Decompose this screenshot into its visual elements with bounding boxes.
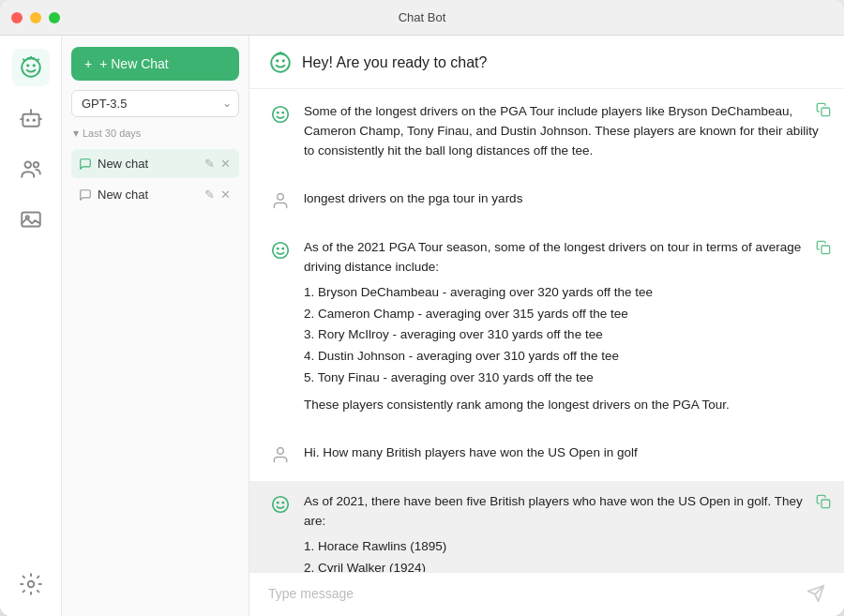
- svg-point-17: [27, 581, 34, 588]
- chat-header-bot-icon: [268, 51, 293, 75]
- bot-avatar-2: [268, 240, 293, 264]
- svg-rect-30: [821, 246, 830, 254]
- svg-point-31: [278, 448, 284, 455]
- svg-point-7: [26, 119, 29, 122]
- svg-point-33: [277, 502, 279, 504]
- svg-point-29: [281, 248, 284, 250]
- chat-area: Hey! Are you ready to chat?: [249, 36, 844, 616]
- close-button[interactable]: [11, 12, 23, 23]
- sidebar-icon-logo[interactable]: [12, 49, 50, 86]
- chat-bubble-icon-0: [79, 158, 92, 171]
- svg-point-18: [271, 53, 290, 72]
- chat-edit-button-1[interactable]: ✎: [203, 187, 216, 203]
- svg-point-13: [24, 161, 31, 168]
- message-text-4a: As of 2021, there have been five British…: [304, 492, 825, 532]
- svg-rect-15: [22, 212, 40, 226]
- message-content-3: Hi. How many British players have won th…: [304, 443, 825, 470]
- svg-rect-35: [821, 500, 830, 508]
- new-chat-label: + New Chat: [99, 56, 169, 71]
- messages-area[interactable]: Some of the longest drivers on the PGA T…: [249, 89, 844, 572]
- message-row-0: Some of the longest drivers on the PGA T…: [249, 89, 844, 178]
- sidebar-icon-bot[interactable]: [12, 99, 50, 137]
- window-controls: [11, 12, 60, 23]
- chat-list-panel: + + New Chat GPT-3.5 GPT-4 ▾ Last 30 day…: [62, 36, 249, 616]
- message-content-1: longest drivers on the pga tour in yards: [304, 189, 825, 216]
- new-chat-plus: +: [84, 56, 92, 71]
- message-list-4: 1. Horace Rawlins (1895) 2. Cyril Walker…: [304, 537, 825, 572]
- svg-point-23: [277, 112, 279, 114]
- model-select[interactable]: GPT-3.5 GPT-4: [71, 90, 239, 117]
- copy-button-4[interactable]: [816, 494, 831, 513]
- svg-point-32: [273, 497, 289, 513]
- svg-point-34: [281, 502, 284, 504]
- message-row-2: As of the 2021 PGA Tour season, some of …: [249, 227, 844, 432]
- svg-rect-6: [23, 114, 38, 127]
- chat-item-0[interactable]: New chat ✎ ✕: [71, 149, 239, 178]
- message-input[interactable]: [268, 586, 797, 601]
- svg-point-8: [32, 119, 35, 122]
- copy-button-2[interactable]: [816, 240, 831, 259]
- chat-header-title: Hey! Are you ready to chat?: [302, 54, 487, 71]
- titlebar: Chat Bot: [0, 0, 844, 36]
- minimize-button[interactable]: [30, 12, 41, 23]
- list-item-4-0: 1. Horace Rawlins (1895): [304, 537, 825, 557]
- bot-avatar-0: [268, 104, 293, 128]
- new-chat-button[interactable]: + + New Chat: [71, 47, 239, 81]
- app-window: Chat Bot: [0, 0, 844, 616]
- message-list-2: 1. Bryson DeChambeau - averaging over 32…: [304, 283, 825, 389]
- list-item-2-2: 3. Rory McIlroy - averaging over 310 yar…: [304, 325, 825, 345]
- chat-bubble-icon-1: [79, 188, 92, 202]
- svg-point-2: [32, 64, 35, 67]
- chat-item-left-1: New chat: [79, 188, 198, 202]
- message-row-1: longest drivers on the pga tour in yards: [249, 178, 844, 227]
- chat-edit-button-0[interactable]: ✎: [203, 156, 216, 172]
- message-text-0: Some of the longest drivers on the PGA T…: [304, 102, 825, 161]
- svg-line-5: [37, 59, 38, 61]
- chat-delete-button-0[interactable]: ✕: [219, 156, 232, 172]
- chat-item-label-0: New chat: [98, 157, 148, 171]
- bot-avatar-4: [268, 494, 293, 518]
- message-content-2: As of the 2021 PGA Tour season, some of …: [304, 238, 825, 421]
- maximize-button[interactable]: [49, 12, 60, 23]
- sidebar-icon-settings[interactable]: [12, 565, 50, 603]
- list-item-4-1: 2. Cyril Walker (1924): [304, 559, 825, 572]
- message-content-0: Some of the longest drivers on the PGA T…: [304, 102, 825, 167]
- svg-point-27: [273, 243, 289, 259]
- input-area: [249, 572, 844, 616]
- chat-item-1[interactable]: New chat ✎ ✕: [71, 180, 239, 209]
- sidebar-bottom-icons: [12, 565, 50, 603]
- svg-point-24: [281, 112, 284, 114]
- list-item-2-3: 4. Dustin Johnson - averaging over 310 y…: [304, 347, 825, 367]
- chat-delete-button-1[interactable]: ✕: [219, 187, 232, 203]
- section-label: ▾ Last 30 days: [71, 127, 239, 140]
- message-content-4: As of 2021, there have been five British…: [304, 492, 825, 572]
- icon-sidebar: [0, 36, 62, 616]
- copy-button-0[interactable]: [816, 102, 831, 121]
- svg-point-19: [276, 59, 279, 62]
- window-title: Chat Bot: [399, 10, 446, 24]
- sidebar-top-icons: [12, 49, 50, 238]
- main-layout: + + New Chat GPT-3.5 GPT-4 ▾ Last 30 day…: [0, 36, 844, 616]
- message-text-2b: These players consistently rank among th…: [304, 396, 825, 415]
- svg-point-22: [273, 107, 289, 123]
- chat-item-actions-1: ✎ ✕: [203, 187, 232, 203]
- message-row-3: Hi. How many British players have won th…: [249, 432, 844, 481]
- svg-point-26: [278, 193, 284, 200]
- svg-point-14: [33, 162, 38, 167]
- send-icon: [806, 584, 825, 603]
- svg-rect-25: [821, 108, 830, 116]
- message-text-3: Hi. How many British players have won th…: [304, 443, 825, 463]
- chat-item-actions-0: ✎ ✕: [203, 156, 232, 172]
- user-avatar-3: [268, 445, 293, 470]
- sidebar-icon-gallery[interactable]: [12, 201, 50, 238]
- svg-line-4: [23, 59, 24, 61]
- list-item-2-1: 2. Cameron Champ - averaging over 315 ya…: [304, 305, 825, 324]
- model-select-wrapper[interactable]: GPT-3.5 GPT-4: [71, 90, 239, 117]
- chat-header: Hey! Are you ready to chat?: [249, 36, 844, 89]
- list-item-2-0: 1. Bryson DeChambeau - averaging over 32…: [304, 283, 825, 303]
- chat-item-label-1: New chat: [98, 188, 148, 202]
- sidebar-icon-people[interactable]: [12, 150, 50, 188]
- send-button[interactable]: [806, 584, 825, 603]
- svg-point-10: [29, 109, 31, 111]
- section-chevron-icon: ▾: [73, 127, 79, 140]
